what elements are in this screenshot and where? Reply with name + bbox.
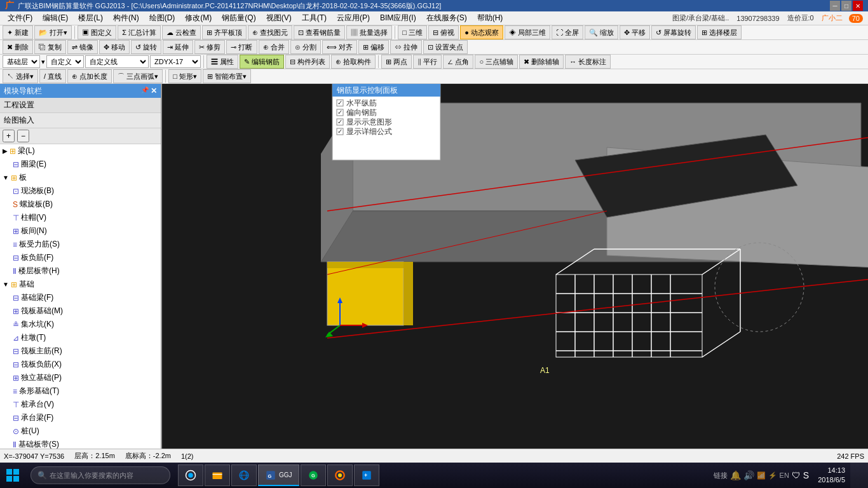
copy-button[interactable]: ⿻ 复制 xyxy=(34,40,66,54)
tree-strip-found[interactable]: ≡ 条形基础(T) xyxy=(10,384,161,398)
tree-cap-beam[interactable]: ⊟ 承台梁(F) xyxy=(10,411,161,424)
tree-raft-rebar[interactable]: ⊟ 筏板主筋(R) xyxy=(10,344,161,358)
tree-slab-rebar[interactable]: ≡ 板受力筋(S) xyxy=(10,238,161,251)
tree-cast-slab[interactable]: ⊡ 现浇板(B) xyxy=(10,184,161,198)
tray-keyboard[interactable]: EN xyxy=(780,471,789,479)
tree-column-cap[interactable]: ⊤ 柱帽(V) xyxy=(10,211,161,224)
break-button[interactable]: ⊸ 打断 xyxy=(226,40,257,54)
tree-inter-slab[interactable]: ⊞ 板间(N) xyxy=(10,224,161,238)
zoom-button[interactable]: 🔍 缩放 xyxy=(585,25,618,39)
draw-input-header[interactable]: 绘图输入 xyxy=(0,113,161,128)
taskbar-ie[interactable] xyxy=(231,464,257,486)
rectangle-button[interactable]: □ 矩形▾ xyxy=(168,69,201,83)
pick-component-button[interactable]: ⊕ 拾取构件 xyxy=(331,55,376,69)
fullscreen-button[interactable]: ⛶ 全屏 xyxy=(552,25,583,39)
start-button[interactable] xyxy=(0,463,25,488)
smart-layout-button[interactable]: ⊞ 智能布置▾ xyxy=(203,69,251,83)
point-length-button[interactable]: ⊕ 点加长度 xyxy=(67,69,112,83)
select-tool-button[interactable]: ↖ 选择▾ xyxy=(3,69,38,83)
tree-neg-rebar[interactable]: ⊟ 板负筋(F) xyxy=(10,251,161,264)
menu-modify[interactable]: 修改(M) xyxy=(180,11,217,25)
extend-button[interactable]: ⇥ 延伸 xyxy=(163,40,193,54)
parallel-button[interactable]: ∥ 平行 xyxy=(413,55,442,69)
engineering-settings-header[interactable]: 工程设置 xyxy=(0,98,161,113)
local-3d-button[interactable]: ◈ 局部三维 xyxy=(505,25,550,39)
menu-tools[interactable]: 工具(T) xyxy=(297,11,332,25)
dynamic-view-button[interactable]: ● 动态观察 xyxy=(460,25,503,39)
floor-select[interactable]: 基础层 xyxy=(3,55,40,68)
menu-draw[interactable]: 绘图(D) xyxy=(144,11,180,25)
tree-raft-neg[interactable]: ⊟ 筏板负筋(X) xyxy=(10,358,161,371)
line-type-select[interactable]: 自定义线 xyxy=(85,55,149,68)
3d-button[interactable]: □ 三维 xyxy=(398,25,427,39)
menu-component[interactable]: 构件(N) xyxy=(108,11,144,25)
tray-power[interactable]: ⚡ xyxy=(768,471,777,480)
menu-edit[interactable]: 编辑(E) xyxy=(37,11,73,25)
point-angle-button[interactable]: ∠ 点角 xyxy=(443,55,473,69)
tree-ring-beam[interactable]: ⊟ 圈梁(E) xyxy=(10,158,161,171)
minimize-button[interactable]: ─ xyxy=(830,1,840,11)
calc-button[interactable]: Σ 汇总计算 xyxy=(118,25,161,39)
batch-select-button[interactable]: ▥ 批量选择 xyxy=(346,25,392,39)
menu-help[interactable]: 帮助(H) xyxy=(472,11,508,25)
properties-button[interactable]: ☰ 属性 xyxy=(207,55,238,69)
tree-isol-found[interactable]: ⊞ 独立基础(P) xyxy=(10,371,161,384)
panel-controls[interactable]: 📌 ✕ xyxy=(141,86,157,95)
align-button[interactable]: ⟺ 对齐 xyxy=(322,40,357,54)
menu-cloud[interactable]: 云应用(P) xyxy=(332,11,375,25)
select-floor-button[interactable]: ⊞ 选择楼层 xyxy=(697,25,742,39)
top-view-button[interactable]: ⊟ 俯视 xyxy=(428,25,459,39)
offset-button[interactable]: ⊞ 偏移 xyxy=(358,40,389,54)
menu-file[interactable]: 文件(F) xyxy=(3,11,37,25)
system-clock[interactable]: 14:13 2018/6/5 xyxy=(813,466,850,485)
panel-close[interactable]: ✕ xyxy=(151,86,157,95)
taskbar-file-explorer[interactable] xyxy=(205,464,230,486)
tray-bell[interactable]: 🔔 xyxy=(730,470,741,480)
length-mark-button[interactable]: ↔ 长度标注 xyxy=(565,55,611,69)
cloud-check-button[interactable]: ☁ 云检查 xyxy=(162,25,201,39)
show-desktop-button[interactable] xyxy=(850,463,868,488)
taskbar-greensoft[interactable]: G xyxy=(301,464,326,486)
menu-online[interactable]: 在线服务(S) xyxy=(421,11,472,25)
set-grip-button[interactable]: ⊡ 设置夹点 xyxy=(423,40,468,54)
menu-bim[interactable]: BIM应用(I) xyxy=(375,11,421,25)
rotate-button[interactable]: ↺ 旋转 xyxy=(131,40,161,54)
taskbar-ggj[interactable]: G GGJ xyxy=(258,464,299,486)
merge-button[interactable]: ⊕ 合并 xyxy=(259,40,289,54)
tray-network[interactable]: 📶 xyxy=(757,471,766,480)
stretch-button[interactable]: ⇔ 拉伸 xyxy=(390,40,422,54)
close-button[interactable]: ✕ xyxy=(853,1,863,11)
zdyx-select[interactable]: ZDYX-17 xyxy=(150,55,201,68)
define-button[interactable]: ▣ 图定义 xyxy=(78,25,116,39)
rotate-screen-button[interactable]: ↺ 屏幕旋转 xyxy=(651,25,696,39)
panel-pin[interactable]: 📌 xyxy=(141,86,149,95)
taskbar-extra[interactable]: + xyxy=(354,464,379,486)
tree-sump[interactable]: ≗ 集水坑(K) xyxy=(10,318,161,331)
tree-slab-band[interactable]: Ⅱ 楼层板带(H) xyxy=(10,264,161,278)
del-aux-button[interactable]: ✖ 删除辅轴 xyxy=(519,55,564,69)
three-arc-button[interactable]: ⌒ 三点画弧▾ xyxy=(113,69,163,83)
move-button[interactable]: ✥ 移动 xyxy=(99,40,130,54)
tree-beam[interactable]: ▶ ⊞ 梁(L) xyxy=(0,144,161,158)
three-point-aux-button[interactable]: ○ 三点辅轴 xyxy=(475,55,518,69)
add-tree-item[interactable]: + xyxy=(3,130,15,142)
mirror-button[interactable]: ⇌ 镜像 xyxy=(67,40,98,54)
tree-spiral-slab[interactable]: S 螺旋板(B) xyxy=(10,198,161,211)
pan-button[interactable]: ✥ 平移 xyxy=(620,25,650,39)
find-element-button[interactable]: ⊕ 查找图元 xyxy=(248,25,292,39)
tree-slab[interactable]: ▼ ⊞ 板 xyxy=(0,171,161,184)
custom-select[interactable]: 自定义 xyxy=(46,55,84,68)
tree-foundation[interactable]: ▼ ⊞ 基础 xyxy=(0,278,161,291)
delete-button[interactable]: ✖ 删除 xyxy=(3,40,33,54)
tree-raft[interactable]: ⊞ 筏板基础(M) xyxy=(10,304,161,318)
line-tool-button[interactable]: / 直线 xyxy=(39,69,66,83)
window-controls[interactable]: ─ □ ✕ xyxy=(830,1,863,11)
view-rebar-button[interactable]: ⊡ 查看钢筋量 xyxy=(294,25,345,39)
tree-pile-cap[interactable]: ⊤ 桩承台(V) xyxy=(10,398,161,411)
component-list-button[interactable]: ⊟ 构件列表 xyxy=(285,55,330,69)
taskbar-cortana[interactable] xyxy=(178,464,203,486)
tree-found-beam[interactable]: ⊟ 基础梁(F) xyxy=(10,291,161,304)
3d-viewport[interactable]: A1 钢筋显示控制面板 ✓ 水平纵筋 ✓ 偏向钢筋 ✓ 显示示意图形 ✓ 显示详… xyxy=(162,84,868,488)
two-point-button[interactable]: ⊞ 两点 xyxy=(381,55,412,69)
split-button[interactable]: ⊙ 分割 xyxy=(290,40,321,54)
